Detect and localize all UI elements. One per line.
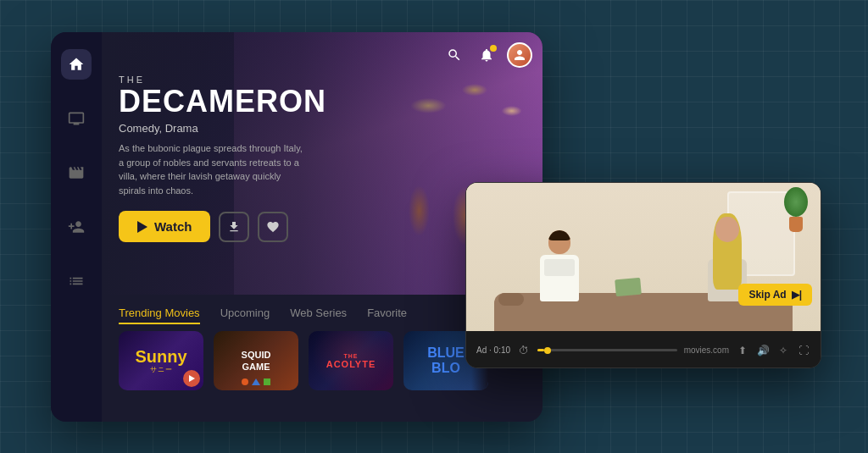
tv-icon bbox=[68, 110, 85, 127]
watch-button[interactable]: Watch bbox=[119, 211, 210, 242]
person1 bbox=[530, 230, 589, 301]
tab-upcoming-label: Upcoming bbox=[220, 307, 270, 319]
plant-pot bbox=[789, 217, 803, 232]
ad-popup-window: Skip Ad ▶| Ad · 0:10 ⏱ movies.com ⬆ 🔊 ✧ … bbox=[465, 182, 821, 368]
sidebar-item-films[interactable] bbox=[61, 157, 92, 188]
tab-trending-label: Trending Movies bbox=[119, 307, 200, 319]
ad-scene-background bbox=[466, 183, 821, 331]
skip-ad-icon: ▶| bbox=[792, 289, 802, 301]
ad-progress-dot bbox=[544, 347, 551, 354]
tab-upcoming[interactable]: Upcoming bbox=[220, 307, 270, 324]
sidebar bbox=[51, 32, 102, 422]
tab-webseries[interactable]: Web Series bbox=[290, 307, 347, 324]
movie-card-squid[interactable]: SQUIDGAME bbox=[214, 331, 298, 390]
sidebar-item-user[interactable] bbox=[61, 212, 92, 242]
tab-trending[interactable]: Trending Movies bbox=[119, 307, 200, 324]
movie-card-acolyte[interactable]: THE ACOLYTE bbox=[309, 331, 393, 390]
tab-favorite[interactable]: Favorite bbox=[367, 307, 407, 324]
tab-webseries-label: Web Series bbox=[290, 307, 347, 319]
notification-button[interactable] bbox=[475, 43, 498, 67]
ad-right-controls: ⬆ 🔊 ✧ ⛶ bbox=[736, 344, 810, 357]
movie-blue-title: BLUEBLO bbox=[427, 345, 465, 375]
search-button[interactable] bbox=[442, 43, 466, 67]
user-plus-icon bbox=[68, 218, 85, 235]
share-icon[interactable]: ⬆ bbox=[736, 344, 749, 357]
favorite-button[interactable] bbox=[258, 212, 288, 242]
fullscreen-icon[interactable]: ⛶ bbox=[797, 344, 810, 357]
user-avatar-icon bbox=[512, 47, 527, 63]
hero-topbar bbox=[442, 42, 532, 68]
hero-genre: Comedy, Drama bbox=[119, 122, 339, 135]
play-icon bbox=[137, 221, 147, 233]
ad-progress-fill bbox=[537, 349, 544, 351]
watch-label: Watch bbox=[154, 219, 192, 234]
sidebar-item-home[interactable] bbox=[61, 49, 92, 80]
sidebar-item-list[interactable] bbox=[61, 266, 92, 296]
cast-icon[interactable]: ✧ bbox=[776, 344, 790, 357]
heart-icon bbox=[266, 220, 280, 234]
volume-icon[interactable]: 🔊 bbox=[756, 344, 770, 357]
notification-badge bbox=[490, 45, 497, 52]
hero-description: As the bubonic plague spreads through It… bbox=[119, 141, 305, 197]
ad-domain: movies.com bbox=[684, 345, 729, 355]
plant-leaves bbox=[784, 187, 808, 217]
film-icon bbox=[68, 164, 85, 181]
download-icon bbox=[227, 220, 241, 234]
movie-sunny-subtitle: サニー bbox=[150, 365, 173, 374]
ad-controls-bar: Ad · 0:10 ⏱ movies.com ⬆ 🔊 ✧ ⛶ bbox=[466, 331, 821, 368]
hero-title-main: DECAMERON bbox=[119, 86, 339, 117]
hero-text-content: THE DECAMERON Comedy, Drama As the bubon… bbox=[119, 49, 339, 278]
sidebar-item-tv[interactable] bbox=[61, 103, 92, 134]
ad-tag: Ad · 0:10 bbox=[476, 345, 510, 355]
home-icon bbox=[68, 56, 85, 73]
download-button[interactable] bbox=[219, 212, 249, 242]
ad-video-area: Skip Ad ▶| bbox=[466, 183, 821, 331]
skip-ad-label: Skip Ad bbox=[748, 289, 786, 301]
ad-progress-bar[interactable] bbox=[537, 349, 677, 351]
search-icon bbox=[447, 47, 462, 63]
book-prop bbox=[615, 278, 642, 297]
timer-icon: ⏱ bbox=[517, 344, 531, 357]
list-icon bbox=[68, 273, 85, 290]
hero-actions: Watch bbox=[119, 211, 339, 242]
movie-card-sunny[interactable]: Sunny サニー bbox=[119, 331, 203, 390]
tab-favorite-label: Favorite bbox=[367, 307, 407, 319]
movie-sunny-title: Sunny bbox=[135, 348, 186, 365]
movie-squid-title: SQUIDGAME bbox=[242, 349, 271, 373]
avatar[interactable] bbox=[507, 42, 532, 68]
skip-ad-button[interactable]: Skip Ad ▶| bbox=[738, 284, 812, 306]
